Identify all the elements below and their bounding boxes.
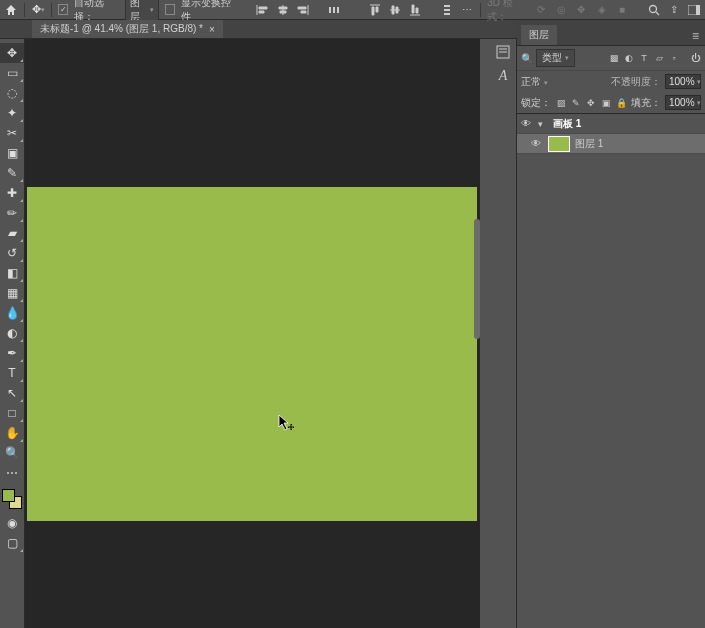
filter-icons: ▩ ◐ T ▱ ▫ ⏻: [608, 52, 701, 64]
vertical-scrollbar-thumb[interactable]: [474, 219, 480, 339]
pen-tool[interactable]: ✒: [0, 343, 24, 363]
align-hcenter-icon[interactable]: [275, 2, 289, 18]
type-tool[interactable]: T: [0, 363, 24, 383]
workspace-icon[interactable]: [687, 2, 701, 18]
field-value: 100%: [669, 76, 695, 87]
svg-point-6: [649, 5, 656, 12]
history-brush-tool[interactable]: ↺: [0, 243, 24, 263]
lock-pixels-icon[interactable]: ✎: [570, 97, 582, 109]
visibility-icon[interactable]: 👁: [531, 138, 543, 150]
3d-pan-icon[interactable]: ✥: [574, 2, 588, 18]
svg-rect-0: [329, 7, 331, 13]
visibility-icon[interactable]: 👁: [521, 118, 533, 130]
filter-shape-icon[interactable]: ▱: [653, 52, 665, 64]
layer-list: 👁 ▾ 画板 1 👁 图层 1: [517, 114, 705, 628]
svg-rect-1: [333, 7, 335, 13]
layer-row-artboard[interactable]: 👁 ▾ 画板 1: [517, 114, 705, 134]
frame-tool[interactable]: ▣: [0, 143, 24, 163]
distribute-h-icon[interactable]: [327, 2, 341, 18]
lock-all-icon[interactable]: 🔒: [615, 97, 627, 109]
3d-slide-icon[interactable]: ◈: [595, 2, 609, 18]
crop-tool[interactable]: ✂: [0, 123, 24, 143]
chevron-down-icon: ▾: [697, 78, 701, 86]
brush-tool[interactable]: ✏: [0, 203, 24, 223]
move-tool[interactable]: ✥: [0, 43, 24, 63]
svg-rect-2: [337, 7, 339, 13]
opacity-field[interactable]: 100% ▾: [665, 74, 701, 89]
move-tool-icon[interactable]: ✥▾: [31, 2, 45, 18]
blend-mode-dropdown[interactable]: 正常 ▾: [521, 75, 607, 89]
canvas-area[interactable]: [25, 39, 480, 628]
lasso-tool[interactable]: ◌: [0, 83, 24, 103]
svg-line-7: [656, 12, 659, 15]
hand-tool[interactable]: ✋: [0, 423, 24, 443]
artboard[interactable]: [27, 187, 477, 521]
svg-rect-3: [444, 5, 450, 7]
share-icon[interactable]: ⇪: [667, 2, 681, 18]
magic-wand-tool[interactable]: ✦: [0, 103, 24, 123]
auto-select-checkbox[interactable]: ✓: [58, 4, 68, 15]
more-options-icon[interactable]: ⋯: [460, 2, 474, 18]
filter-toggle-icon[interactable]: ⏻: [689, 52, 701, 64]
field-value: 100%: [669, 97, 695, 108]
disclosure-icon[interactable]: ▾: [538, 119, 548, 129]
clone-stamp-tool[interactable]: ▰: [0, 223, 24, 243]
search-icon[interactable]: [646, 2, 660, 18]
eyedropper-tool[interactable]: ✎: [0, 163, 24, 183]
edit-toolbar-icon[interactable]: ⋯: [0, 463, 24, 483]
distribute-v-icon[interactable]: [440, 2, 454, 18]
align-left-icon[interactable]: [255, 2, 269, 18]
panel-menu-icon[interactable]: ≡: [690, 27, 701, 45]
collapsed-panels-strip: A: [490, 39, 517, 628]
layer-row[interactable]: 👁 图层 1: [517, 134, 705, 154]
properties-panel-icon[interactable]: [494, 43, 512, 61]
show-transform-checkbox[interactable]: [165, 4, 175, 15]
svg-rect-5: [444, 13, 450, 15]
gradient-tool[interactable]: ▦: [0, 283, 24, 303]
filter-adjustment-icon[interactable]: ◐: [623, 52, 635, 64]
chevron-down-icon: ▾: [150, 6, 154, 14]
zoom-tool[interactable]: 🔍: [0, 443, 24, 463]
align-right-icon[interactable]: [296, 2, 310, 18]
lock-icons: ▨ ✎ ✥ ▣ 🔒: [555, 97, 627, 109]
align-bottom-icon[interactable]: [408, 2, 422, 18]
filter-type-icon[interactable]: T: [638, 52, 650, 64]
dodge-tool[interactable]: ◐: [0, 323, 24, 343]
shape-tool[interactable]: □: [0, 403, 24, 423]
svg-rect-4: [444, 9, 450, 11]
lock-artboard-icon[interactable]: ▣: [600, 97, 612, 109]
filter-type-dropdown[interactable]: 类型 ▾: [536, 49, 575, 67]
lock-position-icon[interactable]: ✥: [585, 97, 597, 109]
document-tab[interactable]: 未标题-1 @ 41.4% (图层 1, RGB/8) * ×: [32, 20, 223, 38]
align-top-icon[interactable]: [368, 2, 382, 18]
lock-transparency-icon[interactable]: ▨: [555, 97, 567, 109]
quick-mask-tool[interactable]: ◉: [0, 513, 24, 533]
filter-smartobj-icon[interactable]: ▫: [668, 52, 680, 64]
eraser-tool[interactable]: ◧: [0, 263, 24, 283]
3d-camera-icon[interactable]: ■: [615, 2, 629, 18]
screen-mode-tool[interactable]: ▢: [0, 533, 24, 553]
search-icon[interactable]: 🔍: [521, 53, 533, 64]
filter-pixel-icon[interactable]: ▩: [608, 52, 620, 64]
home-icon[interactable]: [4, 2, 18, 18]
3d-roll-icon[interactable]: ◎: [554, 2, 568, 18]
lock-label: 锁定：: [521, 96, 551, 110]
healing-brush-tool[interactable]: ✚: [0, 183, 24, 203]
divider: [480, 3, 481, 17]
foreground-color-swatch[interactable]: [2, 489, 15, 502]
blur-tool[interactable]: 💧: [0, 303, 24, 323]
right-panels: 图层 ≡ 🔍 类型 ▾ ▩ ◐ T ▱ ▫ ⏻ 正常 ▾ 不透明度： 100% …: [517, 20, 705, 628]
close-icon[interactable]: ×: [209, 24, 215, 35]
character-panel-icon[interactable]: A: [494, 67, 512, 85]
options-bar: ✥▾ ✓ 自动选择： 图层 ▾ 显示变换控件 ⋯ 3D 模式： ⟳ ◎ ✥ ◈ …: [0, 0, 705, 20]
fill-label: 填充：: [631, 96, 661, 110]
panel-tab-row: 图层 ≡: [517, 20, 705, 46]
fill-field[interactable]: 100% ▾: [665, 95, 701, 110]
marquee-tool[interactable]: ▭: [0, 63, 24, 83]
3d-orbit-icon[interactable]: ⟳: [534, 2, 548, 18]
align-vcenter-icon[interactable]: [388, 2, 402, 18]
layers-tab[interactable]: 图层: [521, 25, 557, 45]
path-selection-tool[interactable]: ↖: [0, 383, 24, 403]
color-swatches[interactable]: [2, 489, 22, 509]
layer-thumbnail[interactable]: [548, 136, 570, 152]
